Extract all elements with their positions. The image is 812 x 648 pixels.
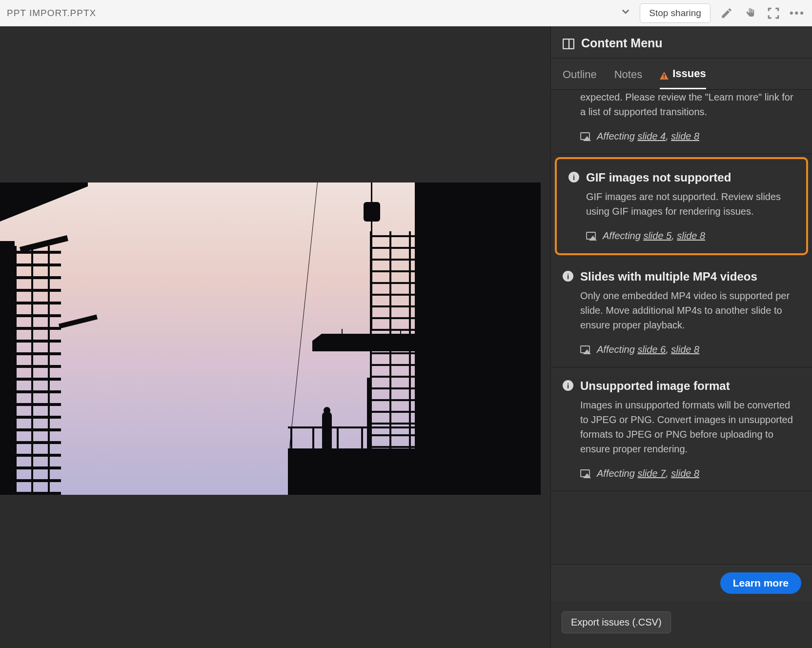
slide-warning-icon xyxy=(586,232,597,241)
info-icon: i xyxy=(568,172,579,182)
slide-link[interactable]: slide 8 xyxy=(671,131,699,142)
content-menu-header: Content Menu xyxy=(551,26,812,59)
pen-icon[interactable] xyxy=(719,6,734,20)
issue-item[interactable]: i GIF images not supported GIF images ar… xyxy=(557,159,806,253)
slide-warning-icon xyxy=(580,345,591,354)
svg-rect-2 xyxy=(664,74,665,77)
slide-link[interactable]: slide 8 xyxy=(671,344,699,355)
affecting-row: Affecting slide 5, slide 8 xyxy=(586,230,792,242)
learn-more-bar: Learn more xyxy=(551,564,812,602)
slide-link[interactable]: slide 8 xyxy=(671,468,699,479)
slide-link[interactable]: slide 5 xyxy=(643,230,671,241)
chevron-down-icon[interactable] xyxy=(620,6,631,20)
affecting-row: Affecting slide 6, slide 8 xyxy=(580,344,797,355)
tab-issues[interactable]: Issues xyxy=(660,59,706,89)
issue-title: Slides with multiple MP4 videos xyxy=(580,270,797,284)
fullscreen-icon[interactable] xyxy=(766,6,781,20)
learn-more-button[interactable]: Learn more xyxy=(720,572,801,594)
affecting-text: Affecting slide 7, slide 8 xyxy=(597,468,699,479)
svg-rect-3 xyxy=(664,78,665,79)
issue-description: GIF images are not supported. Review sli… xyxy=(586,189,792,219)
content-menu-title: Content Menu xyxy=(581,36,663,50)
slide-link[interactable]: slide 6 xyxy=(637,344,666,355)
issue-description: Images in unsupported formats will be co… xyxy=(580,398,797,456)
panel-layout-icon xyxy=(563,38,574,49)
issue-item[interactable]: i Unsupported image format Images in uns… xyxy=(551,367,812,491)
issue-item-partial: expected. Please review the "Learn more"… xyxy=(551,90,812,154)
affecting-row: Affecting slide 4, slide 8 xyxy=(580,131,797,142)
more-icon[interactable]: ••• xyxy=(790,7,805,20)
slide-link[interactable]: slide 7 xyxy=(637,468,666,479)
slide-link[interactable]: slide 4 xyxy=(637,131,666,142)
hand-icon[interactable] xyxy=(743,6,757,20)
tab-notes[interactable]: Notes xyxy=(614,59,642,89)
slide-link[interactable]: slide 8 xyxy=(677,230,705,241)
affecting-text: Affecting slide 4, slide 8 xyxy=(597,131,699,142)
tab-issues-label: Issues xyxy=(672,67,706,80)
export-issues-button[interactable]: Export issues (.CSV) xyxy=(562,611,671,633)
sidebar: Content Menu Outline Notes Issues expect… xyxy=(550,26,812,648)
issue-item[interactable]: i Slides with multiple MP4 videos Only o… xyxy=(551,258,812,367)
issues-list[interactable]: expected. Please review the "Learn more"… xyxy=(551,90,812,564)
top-bar: PPT IMPORT.PPTX Stop sharing ••• xyxy=(0,0,812,26)
highlighted-issue: i GIF images not supported GIF images ar… xyxy=(555,157,808,255)
affecting-text: Affecting slide 6, slide 8 xyxy=(597,344,699,355)
slide-warning-icon xyxy=(580,469,591,478)
warning-icon xyxy=(660,70,669,78)
main-area: Content Menu Outline Notes Issues expect… xyxy=(0,26,812,648)
slide-preview xyxy=(0,182,541,495)
affecting-text: Affecting slide 5, slide 8 xyxy=(603,230,705,242)
issue-description: Only one embedded MP4 video is supported… xyxy=(580,288,797,332)
tab-outline[interactable]: Outline xyxy=(563,59,597,89)
info-icon: i xyxy=(563,271,573,282)
filename: PPT IMPORT.PPTX xyxy=(7,8,615,19)
tabs: Outline Notes Issues xyxy=(551,59,812,90)
slide-warning-icon xyxy=(580,132,591,141)
slide-canvas xyxy=(0,26,550,648)
issue-title: Unsupported image format xyxy=(580,379,797,393)
issue-title: GIF images not supported xyxy=(586,171,792,184)
export-bar: Export issues (.CSV) xyxy=(551,602,812,648)
toolbar: Stop sharing ••• xyxy=(620,3,805,23)
affecting-row: Affecting slide 7, slide 8 xyxy=(580,468,797,479)
issue-description: expected. Please review the "Learn more"… xyxy=(580,90,797,119)
info-icon: i xyxy=(563,380,573,391)
stop-sharing-button[interactable]: Stop sharing xyxy=(640,3,710,23)
